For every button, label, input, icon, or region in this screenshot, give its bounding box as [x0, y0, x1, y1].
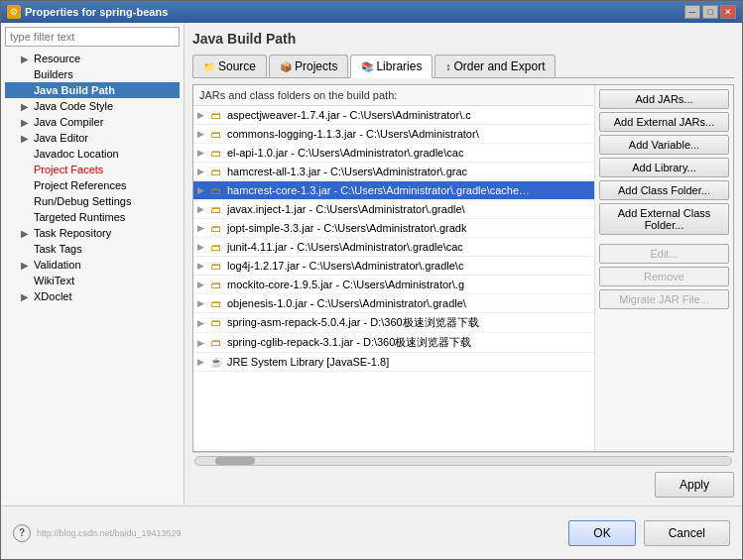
horizontal-scrollbar[interactable] [192, 452, 734, 468]
jar-list-header: JARs and class folders on the build path… [193, 85, 594, 106]
jar-text-jar8: junit-4.11.jar - C:\Users\Administrator\… [227, 241, 463, 253]
tab-libraries[interactable]: 📚Libraries [350, 55, 433, 78]
sidebar-item-javadoc-location[interactable]: Javadoc Location [5, 146, 180, 162]
jar-item-jar1[interactable]: ▶🗃aspectjweaver-1.7.4.jar - C:\Users\Adm… [193, 106, 594, 125]
btn-add-external-jars[interactable]: Add External JARs... [599, 112, 729, 132]
sidebar-item-task-tags[interactable]: Task Tags [5, 241, 180, 257]
sidebar-item-label-validation: Validation [34, 259, 81, 271]
sidebar-item-project-facets[interactable]: Project Facets [5, 162, 180, 177]
jar-item-jar4[interactable]: ▶🗃hamcrest-all-1.3.jar - C:\Users\Admini… [193, 163, 594, 181]
ok-button[interactable]: OK [568, 520, 635, 546]
jar-type-icon-jar8: 🗃 [209, 240, 223, 254]
sidebar-item-label-resource: Resource [34, 53, 80, 64]
tab-label-projects: Projects [295, 59, 337, 73]
sidebar-item-label-run-debug-settings: Run/Debug Settings [34, 195, 131, 207]
jar-type-icon-jar1: 🗃 [209, 108, 223, 122]
sidebar-tree: ▶ResourceBuildersJava Build Path▶Java Co… [5, 51, 180, 502]
sidebar-item-xdoclet[interactable]: ▶XDoclet [5, 288, 180, 304]
jar-item-jar8[interactable]: ▶🗃junit-4.11.jar - C:\Users\Administrato… [193, 238, 594, 257]
expand-arrow-task-repository: ▶ [21, 228, 31, 239]
tab-label-order-export: Order and Export [453, 59, 545, 73]
btn-add-jars[interactable]: Add JARs... [599, 89, 729, 109]
sidebar-item-label-wikitext: WikiText [34, 275, 74, 286]
window-controls: ─ □ ✕ [684, 5, 736, 19]
cancel-button[interactable]: Cancel [644, 520, 730, 546]
jar-expand-jre: ▶ [197, 357, 205, 367]
sidebar-item-validation[interactable]: ▶Validation [5, 257, 180, 273]
jar-expand-jar3: ▶ [197, 148, 205, 158]
window-icon: ⚙ [7, 5, 21, 19]
sidebar-item-run-debug-settings[interactable]: Run/Debug Settings [5, 193, 180, 209]
jar-item-jar6[interactable]: ▶🗃javax.inject-1.jar - C:\Users\Administ… [193, 200, 594, 219]
jar-expand-jar4: ▶ [197, 167, 205, 176]
tab-source[interactable]: 📁Source [192, 55, 267, 77]
jar-item-jar12[interactable]: ▶🗃spring-asm-repack-5.0.4.jar - D:\360极速… [193, 313, 594, 333]
watermark: http://blog.csdn.net/baidu_19413529 [35, 526, 184, 540]
close-button[interactable]: ✕ [720, 5, 736, 19]
jar-text-jar6: javax.inject-1.jar - C:\Users\Administra… [227, 203, 465, 215]
tab-icon-projects: 📦 [280, 61, 292, 72]
sidebar-item-java-compiler[interactable]: ▶Java Compiler [5, 114, 180, 130]
jar-expand-jar13: ▶ [197, 338, 205, 348]
jar-type-icon-jar3: 🗃 [209, 146, 223, 160]
jar-text-jar5: hamcrest-core-1.3.jar - C:\Users\Adminis… [227, 184, 535, 196]
scrollbar-track[interactable] [194, 456, 732, 466]
sidebar-item-wikitext[interactable]: WikiText [5, 273, 180, 288]
sidebar-item-label-task-repository: Task Repository [34, 227, 111, 239]
sidebar-item-label-java-build-path: Java Build Path [34, 84, 115, 96]
jar-text-jar13: spring-cglib-repack-3.1.jar - D:\360极速浏览… [227, 335, 471, 350]
jar-item-jar11[interactable]: ▶🗃objenesis-1.0.jar - C:\Users\Administr… [193, 294, 594, 313]
jar-item-jar9[interactable]: ▶🗃log4j-1.2.17.jar - C:\Users\Administra… [193, 257, 594, 276]
window-title: Properties for spring-beans [25, 6, 681, 18]
btn-add-class-folder[interactable]: Add Class Folder... [599, 180, 729, 200]
btn-remove: Remove [599, 267, 729, 286]
expand-arrow-java-compiler: ▶ [21, 117, 31, 128]
tab-projects[interactable]: 📦Projects [269, 55, 348, 77]
jar-item-jar3[interactable]: ▶🗃el-api-1.0.jar - C:\Users\Administrato… [193, 144, 594, 163]
sidebar-item-targeted-runtimes[interactable]: Targeted Runtimes [5, 209, 180, 225]
sidebar-item-java-code-style[interactable]: ▶Java Code Style [5, 98, 180, 114]
jar-list: JARs and class folders on the build path… [193, 85, 594, 451]
sidebar-item-java-editor[interactable]: ▶Java Editor [5, 130, 180, 146]
sidebar-item-label-xdoclet: XDoclet [34, 290, 72, 302]
tab-icon-order-export: ↕ [445, 61, 450, 72]
jar-item-jre[interactable]: ▶☕JRE System Library [JavaSE-1.8] [193, 353, 594, 372]
jar-text-jar7: jopt-simple-3.3.jar - C:\Users\Administr… [227, 222, 466, 234]
help-button[interactable]: ? [13, 524, 31, 542]
jar-text-jar3: el-api-1.0.jar - C:\Users\Administrator\… [227, 147, 463, 159]
sidebar-item-task-repository[interactable]: ▶Task Repository [5, 225, 180, 241]
content-area: JARs and class folders on the build path… [192, 84, 734, 452]
jar-text-jar9: log4j-1.2.17.jar - C:\Users\Administrato… [227, 260, 463, 272]
jar-text-jar2: commons-logging-1.1.3.jar - C:\Users\Adm… [227, 128, 479, 140]
sidebar-item-builders[interactable]: Builders [5, 66, 180, 82]
sidebar-item-label-java-editor: Java Editor [34, 132, 88, 144]
minimize-button[interactable]: ─ [684, 5, 700, 19]
jar-item-jar13[interactable]: ▶🗃spring-cglib-repack-3.1.jar - D:\360极速… [193, 333, 594, 353]
jar-expand-jar7: ▶ [197, 223, 205, 233]
sidebar-item-label-javadoc-location: Javadoc Location [34, 148, 119, 160]
filter-input[interactable] [5, 27, 180, 47]
jar-type-icon-jar2: 🗃 [209, 127, 223, 141]
btn-migrate-jar: Migrate JAR File... [599, 289, 729, 309]
sidebar-item-project-references[interactable]: Project References [5, 177, 180, 193]
tabs-bar: 📁Source📦Projects📚Libraries↕Order and Exp… [192, 55, 734, 78]
tab-order-export[interactable]: ↕Order and Export [434, 55, 556, 77]
jar-type-icon-jar5: 🗃 [209, 183, 223, 197]
scrollbar-thumb[interactable] [215, 457, 255, 465]
jar-item-jar7[interactable]: ▶🗃jopt-simple-3.3.jar - C:\Users\Adminis… [193, 219, 594, 238]
title-bar: ⚙ Properties for spring-beans ─ □ ✕ [1, 1, 742, 23]
sidebar-item-resource[interactable]: ▶Resource [5, 51, 180, 66]
jar-item-jar10[interactable]: ▶🗃mockito-core-1.9.5.jar - C:\Users\Admi… [193, 276, 594, 294]
apply-button[interactable]: Apply [655, 472, 734, 498]
jar-item-jar5[interactable]: ▶🗃hamcrest-core-1.3.jar - C:\Users\Admin… [193, 181, 594, 200]
jar-text-jar12: spring-asm-repack-5.0.4.jar - D:\360极速浏览… [227, 315, 479, 330]
jar-item-jar2[interactable]: ▶🗃commons-logging-1.1.3.jar - C:\Users\A… [193, 125, 594, 144]
jar-expand-jar5: ▶ [197, 185, 205, 195]
sidebar-item-java-build-path[interactable]: Java Build Path [5, 82, 180, 98]
right-panel: Java Build Path 📁Source📦Projects📚Librari… [185, 23, 742, 505]
sidebar-item-label-task-tags: Task Tags [34, 243, 82, 255]
btn-add-external-class-folder[interactable]: Add External Class Folder... [599, 203, 729, 235]
maximize-button[interactable]: □ [702, 5, 718, 19]
btn-add-library[interactable]: Add Library... [599, 158, 729, 177]
btn-add-variable[interactable]: Add Variable... [599, 135, 729, 155]
